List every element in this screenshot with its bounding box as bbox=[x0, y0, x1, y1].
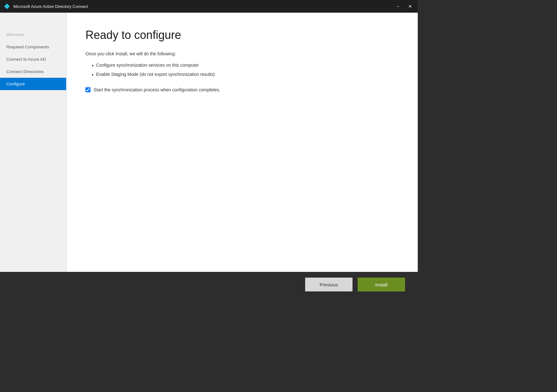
footer: Previous Install bbox=[0, 272, 418, 297]
title-bar-controls: − ✕ bbox=[395, 3, 414, 9]
bullet-list: Configure synchronization services on th… bbox=[92, 63, 399, 78]
sidebar-item-welcome[interactable]: Welcome bbox=[0, 28, 66, 41]
sync-checkbox-label[interactable]: Start the synchronization process when c… bbox=[94, 87, 220, 92]
install-button[interactable]: Install bbox=[358, 278, 405, 291]
main-window: Welcome Required Components Connect to A… bbox=[0, 13, 418, 297]
sidebar-item-required-components[interactable]: Required Components bbox=[0, 41, 66, 53]
close-button[interactable]: ✕ bbox=[406, 3, 414, 9]
sidebar-item-configure[interactable]: Configure bbox=[0, 78, 66, 90]
previous-button[interactable]: Previous bbox=[305, 278, 353, 291]
title-bar: Microsoft Azure Active Directory Connect… bbox=[0, 0, 418, 13]
sidebar-item-connect-to-azure-ad[interactable]: Connect to Azure AD bbox=[0, 53, 66, 65]
bullet-item-2: Enable Staging Mode (do not export synch… bbox=[92, 72, 399, 78]
bullet-item-1: Configure synchronization services on th… bbox=[92, 63, 399, 69]
window-body: Welcome Required Components Connect to A… bbox=[0, 13, 418, 272]
sync-checkbox-row: Start the synchronization process when c… bbox=[85, 87, 399, 92]
minimize-button[interactable]: − bbox=[395, 3, 401, 9]
sync-checkbox[interactable] bbox=[85, 87, 91, 92]
page-title: Ready to configure bbox=[85, 28, 399, 42]
azure-logo-icon bbox=[4, 3, 10, 9]
main-content: Ready to configure Once you click Instal… bbox=[66, 13, 418, 272]
title-bar-title: Microsoft Azure Active Directory Connect bbox=[13, 4, 88, 9]
sidebar: Welcome Required Components Connect to A… bbox=[0, 13, 66, 272]
intro-text: Once you click Install, we will do the f… bbox=[85, 51, 399, 56]
sidebar-item-connect-directories[interactable]: Connect Directories bbox=[0, 65, 66, 78]
title-bar-left: Microsoft Azure Active Directory Connect bbox=[4, 3, 88, 9]
